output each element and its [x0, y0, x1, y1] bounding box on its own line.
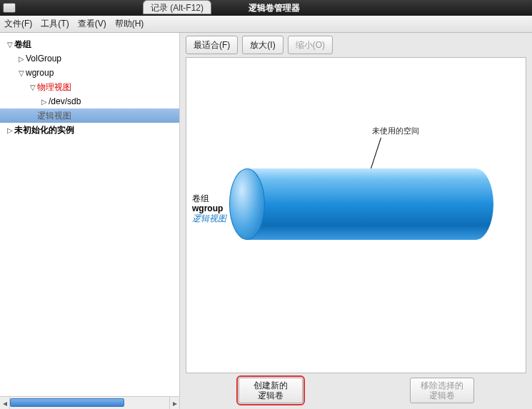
annotation-unused: 未使用的空间	[372, 126, 419, 136]
sidebar: ▽ 卷组 ▷ VolGroup ▽ wgroup ▽ 物理视图 ▷ /dev/s…	[0, 33, 180, 409]
record-tab[interactable]: 记录 (Alt-F12)	[143, 0, 211, 14]
tree-label: 物理视图	[37, 81, 71, 94]
tree-root-volgroups[interactable]: ▽ 卷组	[0, 37, 179, 51]
remove-lv-button: 移除选择的 逻辑卷	[410, 378, 474, 403]
label-group: 卷组	[192, 193, 226, 203]
create-lv-button[interactable]: 创建新的 逻辑卷	[239, 378, 303, 403]
tree-item-volgroup[interactable]: ▷ VolGroup	[0, 51, 179, 66]
menu-help[interactable]: 帮助(H)	[115, 18, 144, 30]
chevron-right-icon: ▷	[17, 55, 26, 63]
cylinder-cap-left	[229, 168, 265, 240]
titlebar: 记录 (Alt-F12) 逻辑卷管理器	[0, 0, 532, 16]
tree-label: 未初始化的实例	[14, 124, 74, 136]
tree-item-logical-view[interactable]: 逻辑视图	[0, 108, 179, 123]
zoom-in-button[interactable]: 放大(I)	[242, 36, 283, 54]
chevron-down-icon: ▽	[6, 41, 14, 49]
zoom-out-button: 缩小(O)	[288, 36, 333, 54]
menu-file[interactable]: 文件(F)	[4, 18, 32, 30]
menubar: 文件(F) 工具(T) 查看(V) 帮助(H)	[0, 16, 532, 33]
scroll-left-icon[interactable]: ◂	[0, 397, 10, 409]
tree-item-physical-view[interactable]: ▽ 物理视图	[0, 80, 179, 94]
tree-item-dev-sdb[interactable]: ▷ /dev/sdb	[0, 94, 179, 108]
annotation-leader-line	[370, 138, 381, 171]
volume-cylinder	[229, 168, 493, 240]
chevron-down-icon: ▽	[29, 84, 37, 91]
fit-button[interactable]: 最适合(F)	[186, 36, 238, 54]
chevron-down-icon: ▽	[17, 69, 26, 77]
tree-label: wgroup	[26, 68, 54, 78]
horizontal-scrollbar[interactable]: ◂ ▸	[0, 396, 179, 409]
tree-root-uninitialized[interactable]: ▷ 未初始化的实例	[0, 123, 179, 137]
window-title: 逻辑卷管理器	[16, 2, 532, 14]
scroll-right-icon[interactable]: ▸	[169, 397, 179, 409]
scrollbar-thumb[interactable]	[10, 398, 124, 407]
cylinder-body	[247, 168, 476, 240]
menu-view[interactable]: 查看(V)	[78, 18, 106, 30]
tree-label: 卷组	[14, 39, 31, 51]
tree-label: /dev/sdb	[49, 96, 81, 106]
menu-tools[interactable]: 工具(T)	[41, 18, 69, 30]
label-view: 逻辑视图	[192, 213, 226, 223]
chevron-right-icon: ▷	[6, 126, 14, 134]
tree-label: VolGroup	[26, 54, 61, 64]
tree-label: 逻辑视图	[37, 110, 71, 122]
visualization-canvas: 卷组 wgroup 逻辑视图 未使用的空间	[186, 57, 526, 373]
volume-labels: 卷组 wgroup 逻辑视图	[192, 193, 226, 223]
tree-item-wgroup[interactable]: ▽ wgroup	[0, 66, 179, 80]
main-panel: 最适合(F) 放大(I) 缩小(O) 卷组 wgroup 逻辑视图 未使用的空间…	[180, 33, 532, 409]
chevron-right-icon: ▷	[40, 98, 49, 106]
footer-actions: 创建新的 逻辑卷 移除选择的 逻辑卷	[180, 376, 532, 409]
view-toolbar: 最适合(F) 放大(I) 缩小(O)	[180, 33, 532, 57]
minimize-button[interactable]	[3, 3, 16, 13]
label-name: wgroup	[192, 203, 226, 213]
tree: ▽ 卷组 ▷ VolGroup ▽ wgroup ▽ 物理视图 ▷ /dev/s…	[0, 33, 179, 396]
